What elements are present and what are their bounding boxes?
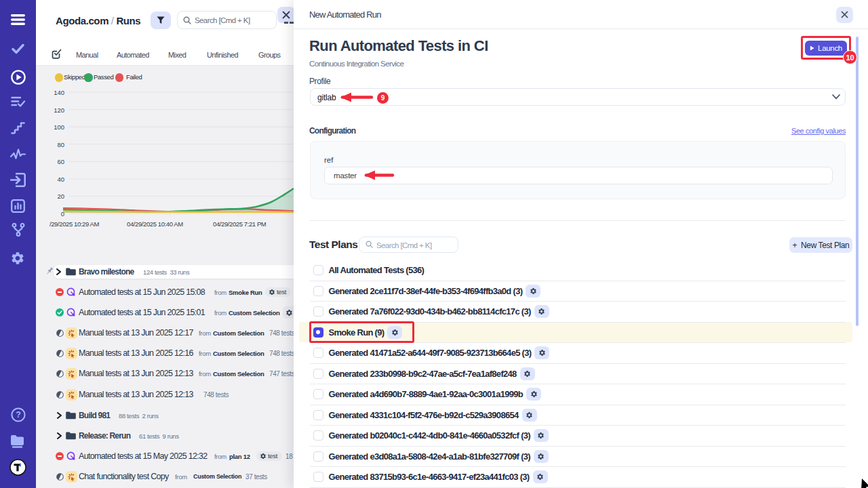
svg-text:?: ? [16, 410, 21, 420]
